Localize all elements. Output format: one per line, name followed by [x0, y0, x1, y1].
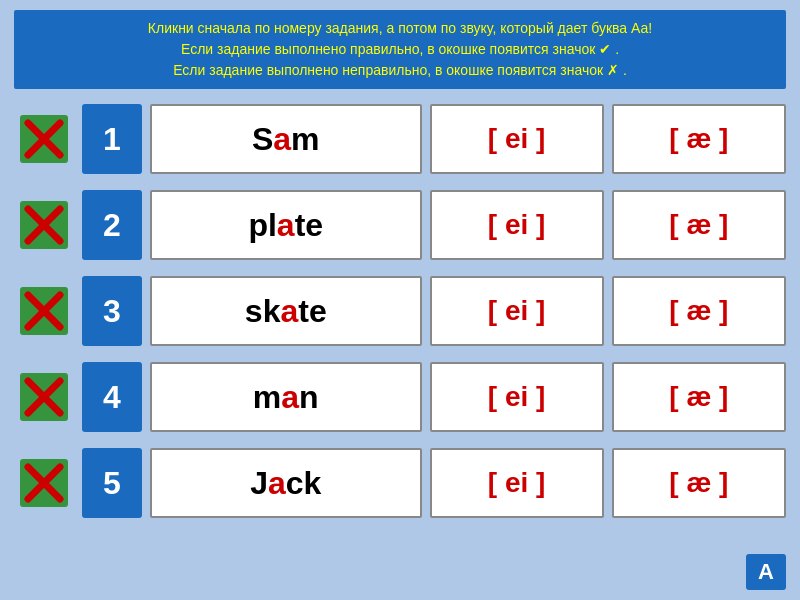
word-cell[interactable]: plate [150, 190, 422, 260]
instructions-box: Кликни сначала по номеру задания, а пото… [14, 10, 786, 89]
sound1-cell[interactable]: [ ei ] [430, 276, 604, 346]
instruction-line2: Если задание выполнено правильно, в окош… [26, 39, 774, 60]
letter-a-badge: A [746, 554, 786, 590]
x-mark-cell[interactable] [14, 104, 74, 174]
word-cell[interactable]: Sam [150, 104, 422, 174]
instruction-line1: Кликни сначала по номеру задания, а пото… [26, 18, 774, 39]
number-cell[interactable]: 2 [82, 190, 142, 260]
x-mark-cell[interactable] [14, 190, 74, 260]
exercise-row: 5Jack[ ei ][ æ ] [14, 443, 786, 523]
word-cell[interactable]: man [150, 362, 422, 432]
number-cell[interactable]: 1 [82, 104, 142, 174]
sound1-cell[interactable]: [ ei ] [430, 104, 604, 174]
main-page: Кликни сначала по номеру задания, а пото… [0, 0, 800, 600]
sound2-cell[interactable]: [ æ ] [612, 104, 786, 174]
exercise-row: 4man[ ei ][ æ ] [14, 357, 786, 437]
sound1-cell[interactable]: [ ei ] [430, 190, 604, 260]
sound2-cell[interactable]: [ æ ] [612, 276, 786, 346]
number-cell[interactable]: 4 [82, 362, 142, 432]
word-cell[interactable]: Jack [150, 448, 422, 518]
number-cell[interactable]: 3 [82, 276, 142, 346]
x-icon [18, 371, 70, 423]
x-mark-cell[interactable] [14, 448, 74, 518]
sound2-cell[interactable]: [ æ ] [612, 190, 786, 260]
x-icon [18, 457, 70, 509]
x-icon [18, 199, 70, 251]
number-cell[interactable]: 5 [82, 448, 142, 518]
exercise-grid: 1Sam[ ei ][ æ ] 2plate[ ei ][ æ ] 3skate… [14, 99, 786, 550]
bottom-bar: A [14, 550, 786, 590]
instruction-line3: Если задание выполнено неправильно, в ок… [26, 60, 774, 81]
x-icon [18, 113, 70, 165]
word-cell[interactable]: skate [150, 276, 422, 346]
exercise-row: 1Sam[ ei ][ æ ] [14, 99, 786, 179]
sound2-cell[interactable]: [ æ ] [612, 362, 786, 432]
sound1-cell[interactable]: [ ei ] [430, 448, 604, 518]
x-mark-cell[interactable] [14, 362, 74, 432]
exercise-row: 2plate[ ei ][ æ ] [14, 185, 786, 265]
sound1-cell[interactable]: [ ei ] [430, 362, 604, 432]
sound2-cell[interactable]: [ æ ] [612, 448, 786, 518]
x-mark-cell[interactable] [14, 276, 74, 346]
x-icon [18, 285, 70, 337]
exercise-row: 3skate[ ei ][ æ ] [14, 271, 786, 351]
